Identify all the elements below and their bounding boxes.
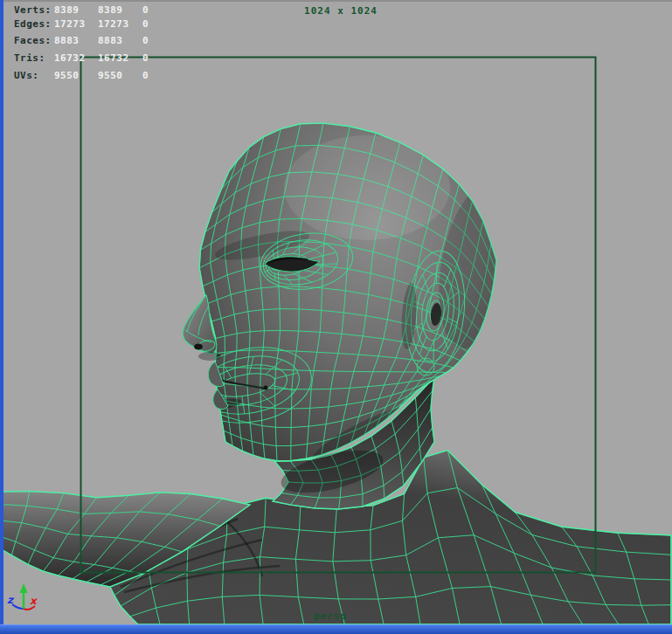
hud-row-verts: Verts: 8389 8389 0 [0, 5, 227, 17]
hud-value: 9550 [98, 71, 123, 81]
hud-value: 0 [142, 71, 149, 81]
active-viewport-border [0, 0, 3, 634]
hud-label-edges: Edges: [14, 19, 52, 30]
hud-value: 17273 [54, 19, 86, 30]
hud-label-uvs: UVs: [14, 71, 39, 81]
camera-name-label: persp [314, 610, 347, 622]
hud-value: 0 [142, 19, 149, 30]
resolution-gate-label: 1024 x 1024 [280, 5, 402, 17]
panel-bottom-edge [0, 624, 672, 634]
wireframe-head-model [0, 123, 671, 624]
hud-value: 9550 [54, 71, 80, 81]
hud-value: 8389 [98, 5, 123, 16]
hud-label-tris: Tris: [14, 53, 45, 64]
viewport-top-edge [0, 0, 672, 2]
hud-label-verts: Verts: [14, 5, 52, 16]
hud-value: 0 [142, 36, 149, 46]
axis-z-label: z [7, 595, 13, 605]
hud-value: 8883 [54, 36, 80, 46]
hud-row-edges: Edges: 17273 17273 0 [0, 19, 227, 31]
hud-value: 0 [142, 5, 149, 16]
hud-value: 8883 [98, 36, 123, 46]
axis-x-label: x [30, 596, 37, 606]
hud-value: 17273 [98, 19, 129, 30]
hud-row-faces: Faces: 8883 8883 0 [0, 36, 227, 47]
axis-y-arrow [20, 583, 28, 593]
hud-label-faces: Faces: [14, 36, 52, 46]
hud-row-tris: Tris: 16732 16732 0 [0, 53, 227, 65]
hud-value: 16732 [98, 53, 129, 64]
hud-value: 8389 [54, 5, 80, 16]
hud-value: 0 [142, 53, 149, 64]
hud-value: 16732 [54, 53, 86, 64]
hud-row-uvs: UVs: 9550 9550 0 [0, 71, 227, 82]
viewport-3d-canvas[interactable] [0, 0, 672, 634]
maya-viewport-window: Verts: 8389 8389 0 Edges: 17273 17273 0 … [0, 0, 672, 634]
